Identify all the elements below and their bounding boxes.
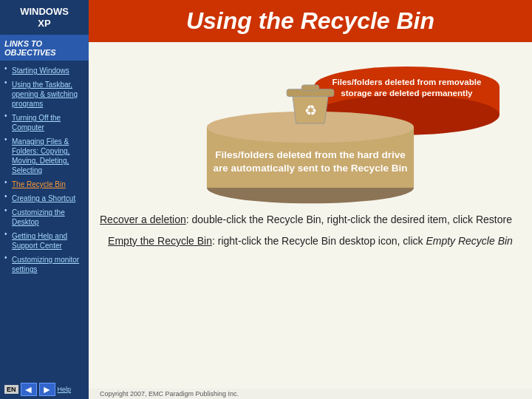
bullet-dot: • [4,178,10,186]
main-title: Using the Recycle Bin [103,7,517,35]
sidebar-link-1[interactable]: Using the Taskbar, opening & switching p… [12,78,84,110]
help-link[interactable]: Help [58,386,72,393]
recover-section: Recover a deletion: double-click the Rec… [100,212,521,228]
main-content: Using the Recycle Bin Files/folders dele… [89,0,532,399]
recover-label: Recover a deletion [100,214,186,225]
sidebar-link-4[interactable]: The Recycle Bin [12,178,66,191]
nav-prev-button[interactable]: ◄ [21,383,37,396]
sidebar-title: WINDOWS XP [4,6,84,29]
copyright: Copyright 2007, EMC Paradigm Publishing … [89,389,532,399]
bullet-dot: • [4,135,10,143]
sidebar-item-8[interactable]: •Customizing monitor settings [4,253,84,276]
empty-section: Empty the Recycle Bin: right-click the R… [100,233,521,249]
bullet-dot: • [4,206,10,214]
empty-italic: Empty Recycle Bin [426,235,512,247]
sidebar-links: •Starting Windows•Using the Taskbar, ope… [0,61,89,380]
svg-rect-13 [301,85,318,91]
sidebar-item-6[interactable]: •Customizing the Desktop [4,205,84,229]
sidebar-item-0[interactable]: •Starting Windows [4,64,84,78]
bullet-dot: • [4,64,10,72]
illustration: Files/folders deleted from removable sto… [100,50,521,205]
bullet-dot: • [4,230,10,238]
sidebar-link-0[interactable]: Starting Windows [12,64,69,77]
sidebar-link-5[interactable]: Creating a Shortcut [12,192,75,205]
svg-text:Files/folders deleted from the: Files/folders deleted from the hard driv… [215,149,406,160]
svg-text:♻: ♻ [304,103,317,118]
svg-text:storage are deleted permanentl: storage are deleted permanently [341,89,473,98]
sidebar-item-1[interactable]: •Using the Taskbar, opening & switching … [4,78,84,111]
main-header: Using the Recycle Bin [89,0,532,42]
sidebar: WINDOWS XP LINKS TO OBJECTIVES •Starting… [0,0,89,399]
main-body: Files/folders deleted from removable sto… [89,42,532,389]
bullet-dot: • [4,112,10,120]
bullet-dot: • [4,78,10,86]
sidebar-link-3[interactable]: Managing Files & Folders: Copying, Movin… [12,135,84,177]
bullet-dot: • [4,192,10,200]
sidebar-links-header: LINKS TO OBJECTIVES [0,35,89,61]
sidebar-item-4[interactable]: •The Recycle Bin [4,177,84,191]
svg-text:are automatically sent to the : are automatically sent to the Recycle Bi… [214,163,408,174]
bottom-nav: EN ◄ ► Help [0,380,89,399]
sidebar-link-6[interactable]: Customizing the Desktop [12,206,84,228]
sidebar-header: WINDOWS XP [0,0,89,35]
sidebar-link-8[interactable]: Customizing monitor settings [12,253,84,276]
sidebar-item-2[interactable]: •Turning Off the Computer [4,111,84,134]
svg-text:Files/folders deleted from rem: Files/folders deleted from removable [332,78,482,86]
recover-text: : double-click the Recycle Bin, right-cl… [186,214,512,225]
lang-badge[interactable]: EN [4,385,18,394]
nav-next-button[interactable]: ► [39,383,55,396]
bullet-dot: • [4,253,10,262]
sidebar-item-7[interactable]: •Getting Help and Support Center [4,229,84,253]
illustration-svg: Files/folders deleted from removable sto… [100,50,521,205]
sidebar-link-2[interactable]: Turning Off the Computer [12,112,84,134]
empty-text: : right-click the Recycle Bin desktop ic… [212,235,426,247]
sidebar-item-3[interactable]: •Managing Files & Folders: Copying, Movi… [4,134,84,177]
sidebar-item-5[interactable]: •Creating a Shortcut [4,191,84,205]
empty-label: Empty the Recycle Bin [108,235,212,247]
sidebar-link-7[interactable]: Getting Help and Support Center [12,230,84,252]
